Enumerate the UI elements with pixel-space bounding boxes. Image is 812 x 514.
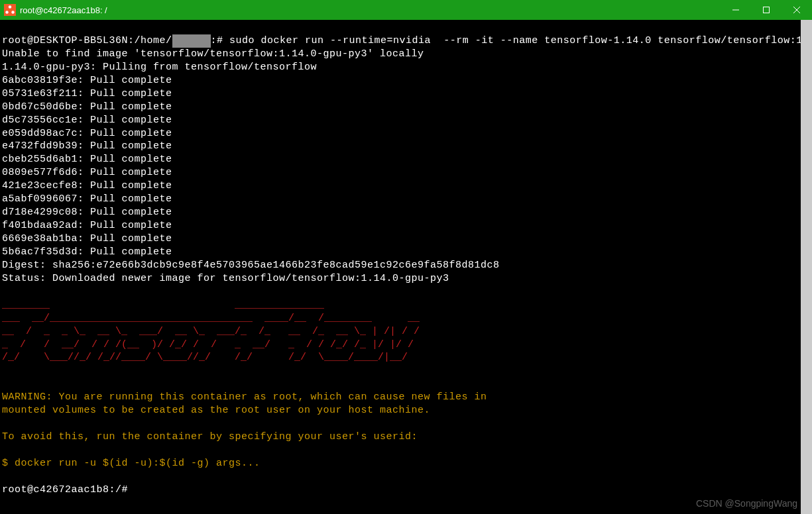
layer-line: 0809e577f6d6: Pull complete <box>2 167 172 178</box>
svg-rect-4 <box>764 7 770 13</box>
minimize-button[interactable] <box>721 0 751 20</box>
layer-line: 05731e63f211: Pull complete <box>2 88 172 99</box>
layer-line: d718e4299c08: Pull complete <box>2 207 172 218</box>
ubuntu-icon <box>4 4 16 16</box>
final-prompt: root@c42672aac1b8:/# <box>2 484 128 495</box>
svg-point-2 <box>11 11 15 14</box>
scrollbar-thumb[interactable] <box>801 20 812 514</box>
layer-line: cbeb255d6ab1: Pull complete <box>2 154 172 165</box>
layer-line: f401bdaa92ad: Pull complete <box>2 220 172 231</box>
maximize-button[interactable] <box>751 0 782 20</box>
warning-block: WARNING: You are running this container … <box>2 391 487 469</box>
layer-line: d5c73556cc1e: Pull complete <box>2 115 172 126</box>
tensorflow-ascii-art: ________ _______________ ___ __/________… <box>2 299 420 364</box>
window-title: root@c42672aac1b8: / <box>20 5 107 15</box>
titlebar-left: root@c42672aac1b8: / <box>4 4 107 16</box>
layer-line: 421e23cecfe8: Pull complete <box>2 180 172 191</box>
layer-line: e4732fdd9b39: Pull complete <box>2 140 172 152</box>
output-not-found: Unable to find image 'tensorflow/tensorf… <box>2 48 424 60</box>
layer-line: 5b6ac7f35d3d: Pull complete <box>2 246 172 258</box>
layer-line: a5abf0996067: Pull complete <box>2 193 172 205</box>
close-button[interactable] <box>782 0 812 20</box>
layer-line: 6abc03819f3e: Pull complete <box>2 75 172 86</box>
window-titlebar: root@c42672aac1b8: / <box>0 0 812 20</box>
svg-point-1 <box>5 11 9 14</box>
watermark: CSDN @SongpingWang <box>696 498 797 509</box>
scrollbar-track[interactable] <box>801 20 812 514</box>
layer-line: 6669e38ab1ba: Pull complete <box>2 233 172 244</box>
prompt-line: root@DESKTOP-BB5L36N:/home/ :# sudo dock… <box>2 35 812 46</box>
window-controls <box>721 0 812 20</box>
svg-point-0 <box>9 5 12 9</box>
layer-line: 0bd67c50d6be: Pull complete <box>2 101 172 113</box>
digest-line: Digest: sha256:e72e66b3dcb9c9e8f4e570396… <box>2 260 500 271</box>
layer-line: e059dd98ac7c: Pull complete <box>2 128 172 139</box>
output-pulling: 1.14.0-gpu-py3: Pulling from tensorflow/… <box>2 62 317 73</box>
terminal-area[interactable]: root@DESKTOP-BB5L36N:/home/ :# sudo dock… <box>0 20 812 498</box>
status-line: Status: Downloaded newer image for tenso… <box>2 273 449 284</box>
